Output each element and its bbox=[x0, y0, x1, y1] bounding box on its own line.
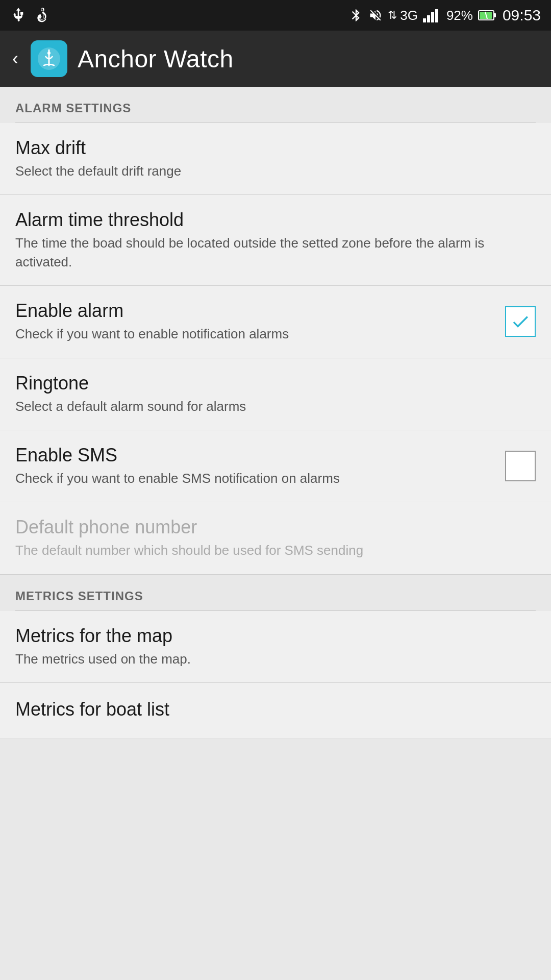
status-left-icons bbox=[10, 7, 51, 23]
settings-item-desc-enable-sms: Check if you want to enable SMS notifica… bbox=[15, 469, 495, 487]
status-bar: ⇅ 3G 92% 09:53 bbox=[0, 0, 551, 31]
back-button[interactable]: ‹ bbox=[12, 48, 18, 69]
settings-item-title-metrics-for-map: Metrics for the map bbox=[15, 625, 525, 647]
settings-item-enable-sms[interactable]: Enable SMSCheck if you want to enable SM… bbox=[0, 430, 551, 502]
svg-rect-1 bbox=[427, 15, 430, 22]
settings-item-alarm-time-threshold[interactable]: Alarm time thresholdThe time the boad sh… bbox=[0, 195, 551, 286]
settings-item-desc-max-drift: Select the default drift range bbox=[15, 162, 525, 180]
settings-item-ringtone[interactable]: RingtoneSelect a default alarm sound for… bbox=[0, 358, 551, 430]
settings-item-desc-ringtone: Select a default alarm sound for alarms bbox=[15, 397, 525, 415]
svg-rect-5 bbox=[494, 13, 496, 17]
settings-item-max-drift[interactable]: Max driftSelect the default drift range bbox=[0, 123, 551, 195]
settings-item-title-alarm-time-threshold: Alarm time threshold bbox=[15, 209, 525, 231]
settings-item-text-max-drift: Max driftSelect the default drift range bbox=[15, 137, 536, 180]
settings-item-default-phone-number[interactable]: Default phone numberThe default number w… bbox=[0, 502, 551, 574]
settings-item-title-enable-alarm: Enable alarm bbox=[15, 300, 495, 322]
section-header-alarm-settings: ALARM SETTINGS bbox=[0, 87, 551, 122]
svg-rect-3 bbox=[435, 9, 438, 22]
settings-item-desc-metrics-for-map: The metrics used on the map. bbox=[15, 650, 525, 668]
svg-rect-2 bbox=[431, 12, 434, 22]
checkbox-enable-sms[interactable] bbox=[505, 451, 536, 481]
settings-item-title-metrics-for-list: Metrics for boat list bbox=[15, 699, 525, 720]
settings-item-metrics-for-list[interactable]: Metrics for boat list bbox=[0, 683, 551, 739]
settings-item-desc-enable-alarm: Check if you want to enable notification… bbox=[15, 325, 495, 343]
settings-item-title-ringtone: Ringtone bbox=[15, 373, 525, 394]
section-header-text-metrics-settings: METRICS SETTINGS bbox=[15, 589, 143, 603]
section-header-metrics-settings: METRICS SETTINGS bbox=[0, 575, 551, 610]
battery-percent: 92% bbox=[446, 8, 473, 23]
vibrate-icon: ⇅ bbox=[388, 9, 395, 22]
anchor-status-icon bbox=[35, 7, 51, 23]
settings-item-text-metrics-for-list: Metrics for boat list bbox=[15, 699, 536, 723]
checkmark-icon bbox=[510, 311, 531, 332]
settings-item-desc-alarm-time-threshold: The time the boad should be located outs… bbox=[15, 234, 525, 271]
settings-item-text-enable-alarm: Enable alarmCheck if you want to enable … bbox=[15, 300, 505, 343]
settings-item-enable-alarm[interactable]: Enable alarmCheck if you want to enable … bbox=[0, 286, 551, 358]
mute-icon bbox=[368, 8, 383, 22]
settings-item-text-default-phone-number: Default phone numberThe default number w… bbox=[15, 517, 536, 559]
svg-rect-0 bbox=[423, 18, 426, 22]
section-header-text-alarm-settings: ALARM SETTINGS bbox=[15, 101, 131, 115]
status-right-icons: ⇅ 3G 92% 09:53 bbox=[349, 7, 541, 24]
usb-icon bbox=[10, 7, 27, 23]
signal-icon bbox=[423, 8, 441, 22]
checkbox-enable-alarm[interactable] bbox=[505, 306, 536, 337]
settings-item-title-default-phone-number: Default phone number bbox=[15, 517, 525, 538]
settings-item-title-enable-sms: Enable SMS bbox=[15, 445, 495, 466]
settings-item-title-max-drift: Max drift bbox=[15, 137, 525, 159]
bluetooth-icon bbox=[349, 8, 363, 22]
settings-item-desc-default-phone-number: The default number which should be used … bbox=[15, 541, 525, 559]
app-title: Anchor Watch bbox=[78, 45, 234, 73]
app-icon bbox=[31, 40, 67, 77]
app-bar: ‹ Anchor Watch bbox=[0, 31, 551, 87]
settings-item-text-metrics-for-map: Metrics for the mapThe metrics used on t… bbox=[15, 625, 536, 668]
settings-item-metrics-for-map[interactable]: Metrics for the mapThe metrics used on t… bbox=[0, 611, 551, 683]
settings-item-text-enable-sms: Enable SMSCheck if you want to enable SM… bbox=[15, 445, 505, 487]
battery-icon bbox=[478, 9, 497, 21]
status-time: 09:53 bbox=[503, 7, 541, 24]
settings-item-text-ringtone: RingtoneSelect a default alarm sound for… bbox=[15, 373, 536, 415]
settings-content: ALARM SETTINGSMax driftSelect the defaul… bbox=[0, 87, 551, 739]
settings-item-text-alarm-time-threshold: Alarm time thresholdThe time the boad sh… bbox=[15, 209, 536, 271]
network-type: 3G bbox=[400, 8, 418, 23]
